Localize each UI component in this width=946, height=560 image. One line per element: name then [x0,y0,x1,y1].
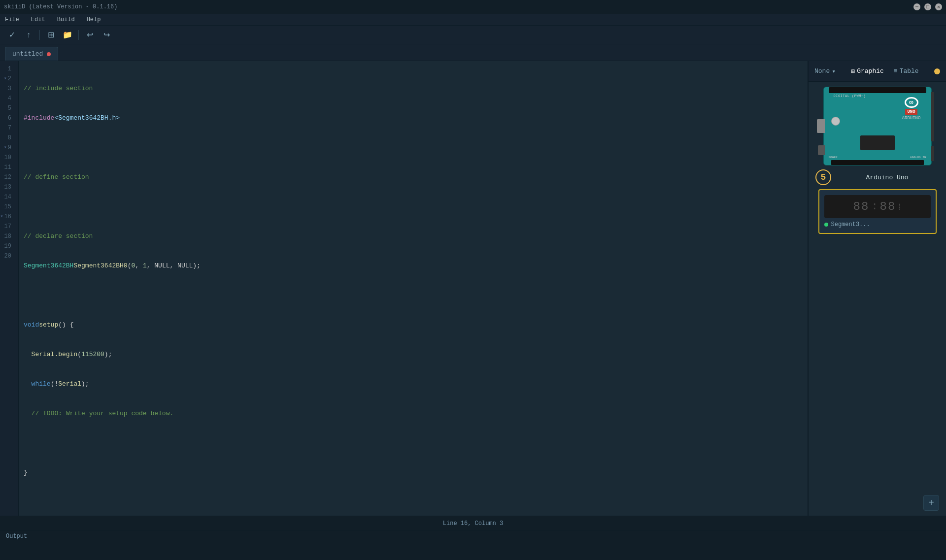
code-line-7: Segment3642BH Segment3642BH0(0, 1, NULL,… [24,261,803,271]
segment-digits: 88 [853,200,870,213]
line-num-18: 18 [0,231,14,241]
undo-button[interactable]: ↩ [83,28,97,42]
add-component-button[interactable]: + [923,495,939,511]
arduino-uno-text: UNO [905,109,917,115]
board-pwr-label: POWER [829,156,838,159]
line-num-3: 3 [0,84,14,94]
code-line-10: Serial.begin(115200); [24,350,803,360]
menu-edit[interactable]: Edit [29,15,47,24]
right-panel: None ▾ ⊞ Graphic ≡ Table DIGITAL (PWM~) [808,61,946,516]
component-box[interactable]: 88 : 88 ⁞ Segment3... [818,189,937,234]
maximize-button[interactable]: □ [924,3,931,10]
board-name-label: Arduino Uno [835,174,939,181]
table-label: Table [900,67,919,75]
line-num-9: ▾9 [0,143,14,153]
board-side-pins-right [931,92,934,141]
arduino-logo: ∞ [905,97,918,108]
component-badge: 5 [815,169,831,185]
statusbar: Line 16, Column 3 [0,516,946,530]
line-num-14: 14 [0,192,14,202]
tab-untitled[interactable]: untitled [5,47,58,61]
badge-row: 5 Arduino Uno [813,169,941,185]
menubar: File Edit Build Help [0,14,946,26]
code-line-6: // declare section [24,231,803,241]
code-line-1: // include section [24,84,803,94]
cursor-position: Line 16, Column 3 [443,520,503,527]
unsaved-indicator [47,52,51,56]
line-num-13: 13 [0,182,14,192]
toolbar-separator-2 [78,30,79,40]
board-digital-label: DIGITAL (PWM~) [834,94,866,98]
line-num-15: 15 [0,202,14,212]
board-usb-port [817,119,825,133]
segment-extra: ⁞ [898,201,901,212]
verify-button[interactable]: ✓ [5,28,19,42]
tab-table[interactable]: ≡ Table [892,66,921,76]
grid-icon: ⊞ [851,67,855,75]
none-dropdown[interactable]: None ▾ [814,67,836,75]
board-chip [860,135,895,150]
board-side-pins-right2 [931,146,934,161]
code-line-8 [24,291,803,300]
code-content[interactable]: // include section #include <Segment3642… [19,61,808,516]
code-area[interactable]: 1 ▾2 3 4 5 6 7 8 ▾9 10 11 12 13 14 15 ▾1… [0,61,808,516]
code-editor[interactable]: 1 ▾2 3 4 5 6 7 8 ▾9 10 11 12 13 14 15 ▾1… [0,61,808,516]
toolbar-separator-1 [39,30,40,40]
board-logo: ∞ UNO ARDUINO [899,97,924,112]
open-button[interactable]: 📁 [61,28,74,42]
view-tabs: ⊞ Graphic ≡ Table [849,66,920,76]
line-num-10: 10 [0,153,14,163]
upload-button[interactable]: ↑ [22,28,35,42]
tab-graphic[interactable]: ⊞ Graphic [849,66,885,76]
code-line-14: } [24,468,803,478]
line-numbers: 1 ▾2 3 4 5 6 7 8 ▾9 10 11 12 13 14 15 ▾1… [0,61,19,516]
tabbar: untitled [0,44,946,61]
code-line-2: #include <Segment3642BH.h> [24,113,803,123]
status-indicator[interactable] [934,68,940,74]
board-header-pins [829,87,926,93]
app-title: skiiiD (Latest Version - 0.1.16) [4,3,913,10]
graphic-label: Graphic [857,67,884,75]
line-num-1: 1 [0,64,14,74]
code-line-4: // define section [24,172,803,182]
menu-help[interactable]: Help [85,15,103,24]
line-num-7: 7 [0,123,14,133]
segment-colon: : [871,200,878,213]
minimize-button[interactable]: ─ [913,3,920,10]
arduino-board: DIGITAL (PWM~) ∞ UNO ARDUINO POWER ANALO… [823,87,932,165]
code-line-3 [24,143,803,153]
redo-button[interactable]: ↪ [100,28,113,42]
menu-build[interactable]: Build [55,15,77,24]
dropdown-arrow-icon: ▾ [832,67,836,75]
code-line-15 [24,497,803,507]
board-reset-button[interactable] [831,117,840,126]
output-label: Output [6,533,27,540]
component-active-dot [824,223,828,227]
table-icon: ≡ [894,67,898,75]
segment-display: 88 : 88 ⁞ [824,195,931,218]
board-analog-label: ANALOG IN [910,156,926,159]
code-line-12: // TODO: Write your setup code below. [24,409,803,419]
right-panel-header: None ▾ ⊞ Graphic ≡ Table [809,61,946,82]
tab-label: untitled [12,50,43,58]
segment-digits-2: 88 [880,200,896,213]
line-num-16: ▾16 [0,212,14,222]
none-label: None [814,67,830,75]
line-num-17: 17 [0,222,14,231]
line-num-4: 4 [0,94,14,103]
line-num-19: 19 [0,241,14,251]
line-num-2: ▾2 [0,74,14,84]
board-analog-pins [831,160,924,165]
board-area: DIGITAL (PWM~) ∞ UNO ARDUINO POWER ANALO… [809,82,946,516]
close-button[interactable]: ✕ [935,3,942,10]
main-area: 1 ▾2 3 4 5 6 7 8 ▾9 10 11 12 13 14 15 ▾1… [0,61,946,516]
board-power-port [818,145,825,155]
new-button[interactable]: ⊞ [44,28,58,42]
line-num-8: 8 [0,133,14,143]
line-num-12: 12 [0,172,14,182]
component-label-row: Segment3... [824,221,931,228]
line-num-11: 11 [0,163,14,172]
menu-file[interactable]: File [3,15,21,24]
code-line-11: while(!Serial); [24,379,803,389]
line-num-5: 5 [0,103,14,113]
